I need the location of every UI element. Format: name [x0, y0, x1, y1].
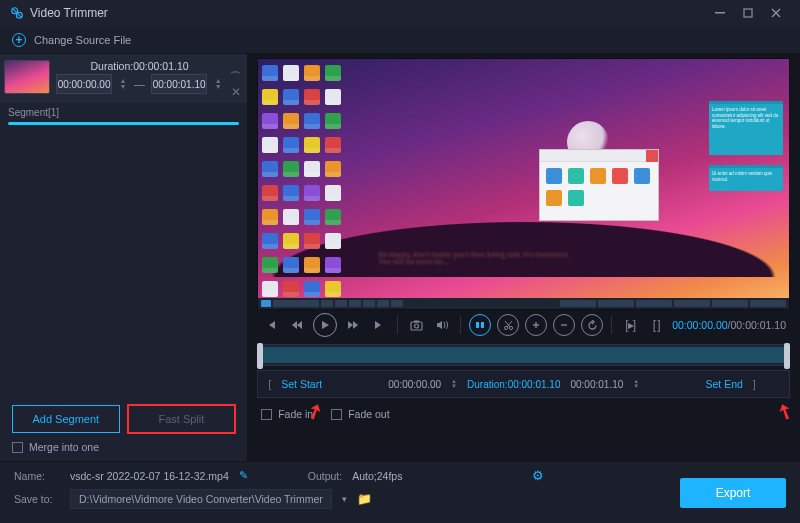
timeline-track[interactable] [257, 344, 790, 366]
minimize-button[interactable] [706, 0, 734, 26]
range-end-spinner[interactable]: ▲▼ [633, 379, 639, 389]
checkbox-icon [261, 409, 272, 420]
goto-start-button[interactable] [261, 315, 281, 335]
bracket-right-icon: ] [753, 378, 756, 390]
svg-rect-7 [476, 322, 479, 328]
merge-label: Merge into one [29, 441, 99, 453]
svg-rect-6 [414, 321, 419, 323]
output-settings-button[interactable]: ⚙ [532, 468, 544, 483]
checkbox-icon [12, 442, 23, 453]
timeline-start-handle[interactable] [257, 343, 263, 369]
total-time: 00:00:01.10 [731, 319, 786, 331]
output-label: Output: [308, 470, 342, 482]
svg-point-5 [414, 324, 418, 328]
name-value: vsdc-sr 2022-02-07 16-12-32.mp4 [70, 470, 229, 482]
preview-panel: Lorem ipsum dolor sit amet consectetur a… [247, 54, 800, 461]
undo-button[interactable] [581, 314, 603, 336]
change-source-button[interactable]: + [12, 33, 26, 47]
change-source-label[interactable]: Change Source File [34, 34, 131, 46]
segment-remove-icon[interactable]: ✕ [231, 85, 241, 99]
goto-end-button[interactable] [369, 315, 389, 335]
fade-in-checkbox[interactable]: Fade in [261, 408, 313, 420]
timeline-selection [260, 347, 787, 363]
range-duration: Duration:00:00:01.10 [467, 379, 560, 390]
segment-end-input[interactable]: 00:00:01.10 [151, 74, 207, 94]
range-end-time[interactable]: 00:00:01.10 [570, 379, 623, 390]
browse-folder-button[interactable]: 📁 [357, 492, 372, 506]
segment-thumbnail[interactable] [4, 60, 50, 94]
save-to-label: Save to: [14, 493, 60, 505]
rename-button[interactable]: ✎ [239, 469, 248, 482]
svg-rect-8 [481, 322, 484, 328]
time-display: 00:00:00.00/00:00:01.10 [672, 319, 786, 331]
merge-checkbox[interactable]: Merge into one [12, 441, 235, 453]
fade-row: Fade in Fade out [257, 398, 790, 426]
segment-progress [8, 122, 239, 125]
close-button[interactable] [762, 0, 790, 26]
svg-rect-4 [411, 322, 422, 330]
current-time: 00:00:00.00 [672, 319, 727, 331]
save-path-input[interactable]: D:\Vidmore\Vidmore Video Converter\Video… [70, 489, 332, 509]
preview-taskbar [258, 298, 789, 309]
footer: Name: vsdc-sr 2022-02-07 16-12-32.mp4 ✎ … [0, 461, 800, 523]
player-controls: [▸] [ ] 00:00:00.00/00:00:01.10 [257, 310, 790, 340]
fade-out-checkbox[interactable]: Fade out [331, 408, 389, 420]
bracket-left-icon: [ [268, 378, 271, 390]
step-back-button[interactable] [287, 315, 307, 335]
output-value: Auto;24fps [352, 470, 402, 482]
main-area: Duration:00:00:01.10 00:00:00.00 ▲▼ — 00… [0, 54, 800, 461]
source-toolbar: + Change Source File [0, 26, 800, 54]
maximize-button[interactable] [734, 0, 762, 26]
svg-rect-3 [744, 9, 752, 17]
app-logo-icon [10, 6, 24, 20]
zoom-in-button[interactable] [525, 314, 547, 336]
segment-start-spinner[interactable]: ▲▼ [118, 78, 128, 90]
volume-button[interactable] [432, 315, 452, 335]
fade-in-label: Fade in [278, 408, 313, 420]
preview-caption: Be happy, don't waste your time being sa… [378, 251, 569, 265]
set-end-button[interactable]: Set End [705, 378, 742, 390]
bracket-in-button[interactable]: [▸] [620, 315, 640, 335]
range-start-time[interactable]: 00:00:00.00 [388, 379, 441, 390]
zoom-out-button[interactable] [553, 314, 575, 336]
range-start-spinner[interactable]: ▲▼ [451, 379, 457, 389]
split-grid-button[interactable] [469, 314, 491, 336]
step-forward-button[interactable] [343, 315, 363, 335]
play-button[interactable] [313, 313, 337, 337]
window-title: Video Trimmer [30, 6, 706, 20]
segment-panel: Duration:00:00:01.10 00:00:00.00 ▲▼ — 00… [0, 54, 247, 461]
checkbox-icon [331, 409, 342, 420]
segment-duration-label: Duration:00:00:01.10 [56, 58, 223, 74]
preview-desktop-icons [262, 65, 343, 310]
bracket-out-button[interactable]: [ ] [646, 315, 666, 335]
add-segment-button[interactable]: Add Segment [12, 405, 120, 433]
preview-window [539, 149, 659, 221]
segment-name-label: Segment[1] [0, 103, 247, 120]
fade-out-label: Fade out [348, 408, 389, 420]
cut-button[interactable] [497, 314, 519, 336]
title-bar: Video Trimmer [0, 0, 800, 26]
preview-note: Lorem ipsum dolor sit amet consectetur a… [709, 101, 783, 155]
segment-row[interactable]: Duration:00:00:01.10 00:00:00.00 ▲▼ — 00… [0, 54, 247, 103]
save-path-dropdown[interactable]: ▾ [342, 494, 347, 504]
range-bar: [ Set Start 00:00:00.00 ▲▼ Duration:00:0… [257, 370, 790, 398]
fast-split-button[interactable]: Fast Split [128, 405, 236, 433]
export-button[interactable]: Export [680, 478, 786, 508]
video-preview[interactable]: Lorem ipsum dolor sit amet consectetur a… [257, 58, 790, 310]
segment-end-spinner[interactable]: ▲▼ [213, 78, 223, 90]
range-dash: — [134, 78, 145, 90]
segment-start-input[interactable]: 00:00:00.00 [56, 74, 112, 94]
name-label: Name: [14, 470, 60, 482]
snapshot-button[interactable] [406, 315, 426, 335]
preview-note: Ut enim ad minim veniam quis nostrud. [709, 165, 783, 191]
set-start-button[interactable]: Set Start [281, 378, 322, 390]
svg-rect-2 [715, 12, 725, 14]
timeline-end-handle[interactable] [784, 343, 790, 369]
segment-collapse-icon[interactable]: ︽ [230, 65, 242, 75]
